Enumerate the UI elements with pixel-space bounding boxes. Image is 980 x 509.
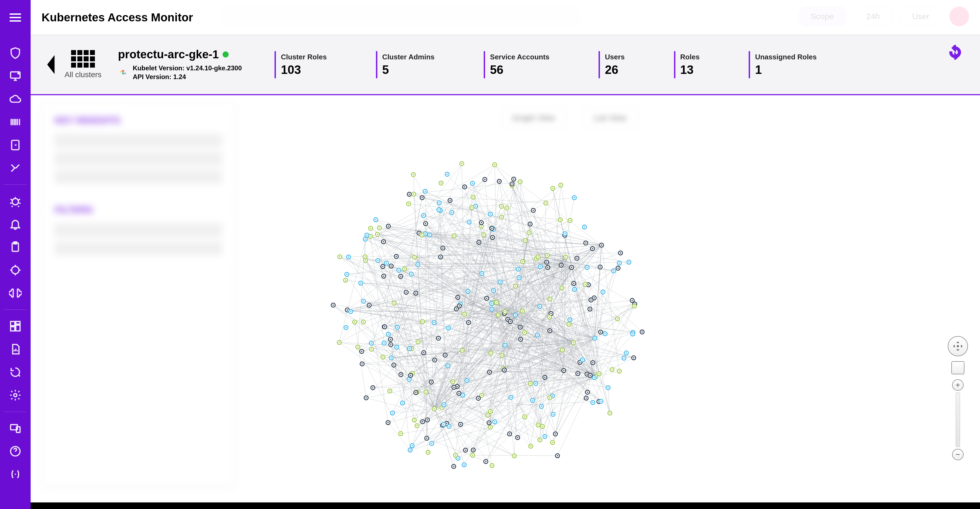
- svg-point-1066: [514, 455, 515, 457]
- svg-point-864: [506, 207, 508, 209]
- svg-point-1072: [431, 443, 432, 444]
- svg-point-1306: [441, 182, 442, 184]
- svg-point-1042: [587, 267, 588, 268]
- back-arrow[interactable]: [44, 51, 59, 78]
- svg-point-1180: [518, 268, 519, 270]
- svg-point-1312: [535, 383, 536, 384]
- zoom-out-button[interactable]: −: [952, 449, 964, 460]
- svg-point-900: [569, 319, 571, 321]
- svg-point-940: [369, 305, 370, 306]
- svg-line-239: [347, 274, 391, 345]
- svg-point-792: [417, 264, 418, 265]
- svg-point-1160: [431, 381, 432, 383]
- svg-point-1018: [427, 452, 429, 453]
- svg-point-832: [541, 406, 542, 407]
- svg-point-944: [391, 357, 392, 359]
- svg-point-1044: [332, 305, 334, 306]
- nav-brain-icon[interactable]: [8, 286, 22, 300]
- svg-point-1036: [433, 322, 435, 324]
- fit-to-screen-button[interactable]: [951, 361, 964, 374]
- svg-point-1204: [438, 209, 440, 211]
- nav-clipboard-icon[interactable]: [8, 240, 22, 254]
- svg-point-1268: [411, 273, 412, 275]
- svg-point-868: [524, 416, 525, 418]
- svg-point-788: [484, 179, 485, 180]
- svg-point-1184: [624, 357, 625, 359]
- svg-point-1324: [587, 392, 588, 393]
- nav-bug-icon[interactable]: [8, 194, 22, 208]
- nav-pipeline-icon[interactable]: [8, 161, 22, 175]
- svg-point-1194: [393, 364, 395, 366]
- svg-point-942: [494, 164, 495, 166]
- svg-point-1038: [598, 373, 600, 374]
- alert-indicator-icon[interactable]: [950, 6, 969, 26]
- nav-report-icon[interactable]: [8, 342, 22, 356]
- pan-control[interactable]: [948, 336, 968, 356]
- zoom-in-button[interactable]: +: [952, 379, 964, 391]
- view-segment-list[interactable]: List View: [582, 107, 638, 128]
- svg-point-870: [552, 188, 554, 189]
- svg-point-960: [457, 458, 459, 459]
- svg-point-1134: [590, 299, 592, 301]
- nav-settings-icon[interactable]: [8, 388, 22, 402]
- nav-history-icon[interactable]: [8, 365, 22, 379]
- svg-point-1028: [574, 289, 575, 290]
- svg-rect-5: [14, 242, 17, 244]
- user-pill[interactable]: User: [900, 6, 942, 26]
- svg-point-1296: [634, 305, 635, 307]
- svg-point-914: [552, 395, 553, 397]
- svg-point-748: [468, 322, 469, 323]
- nav-cloud-icon[interactable]: [8, 92, 22, 106]
- svg-point-1242: [530, 223, 531, 225]
- svg-point-992: [415, 392, 417, 393]
- svg-point-1286: [632, 333, 633, 335]
- svg-point-964: [570, 220, 571, 221]
- svg-point-766: [434, 408, 435, 409]
- svg-point-1196: [445, 354, 446, 356]
- svg-point-1334: [613, 270, 614, 272]
- hamburger-menu[interactable]: [0, 0, 30, 35]
- nav-bell-icon[interactable]: [8, 217, 22, 231]
- nav-monitor-icon[interactable]: [8, 69, 22, 83]
- svg-point-1314: [473, 449, 474, 451]
- svg-point-1150: [383, 276, 385, 277]
- nav-help-icon[interactable]: [8, 444, 22, 458]
- nav-deploy-icon[interactable]: [8, 138, 22, 152]
- nav-devices-icon[interactable]: [8, 421, 22, 436]
- nav-dashboard-icon[interactable]: [8, 319, 22, 333]
- svg-point-840: [348, 257, 349, 258]
- svg-line-401: [404, 269, 492, 309]
- metric-card: Roles13: [674, 51, 700, 78]
- svg-point-1355: [957, 345, 959, 347]
- time-pill[interactable]: 24h: [854, 6, 892, 26]
- svg-point-1248: [449, 426, 450, 427]
- svg-point-896: [563, 370, 565, 371]
- svg-point-1198: [346, 274, 348, 275]
- nav-api-icon[interactable]: [8, 467, 22, 481]
- metric-title: Unassigned Roles: [755, 53, 816, 61]
- svg-point-1060: [438, 338, 439, 339]
- zoom-slider[interactable]: [956, 393, 960, 447]
- svg-point-1012: [453, 387, 455, 388]
- svg-point-1106: [371, 349, 372, 350]
- metric-title: Users: [605, 53, 625, 61]
- svg-point-1230: [530, 383, 531, 385]
- bottom-edge: [30, 503, 980, 509]
- view-segment-graph[interactable]: Graph View: [501, 107, 566, 128]
- scope-pill[interactable]: Scope: [799, 6, 846, 26]
- svg-point-1218: [457, 297, 458, 298]
- all-clusters-button[interactable]: All clusters: [65, 50, 102, 79]
- svg-point-850: [384, 326, 385, 327]
- access-graph[interactable]: [293, 142, 681, 492]
- svg-point-1192: [549, 298, 551, 300]
- nav-target-icon[interactable]: [8, 263, 22, 277]
- svg-point-746: [456, 308, 457, 310]
- nav-shield-icon[interactable]: [8, 46, 22, 60]
- svg-point-1176: [472, 455, 473, 456]
- svg-point-784: [600, 266, 601, 268]
- svg-point-778: [412, 445, 413, 446]
- refresh-icon[interactable]: [948, 45, 963, 60]
- global-search-input[interactable]: [219, 6, 582, 29]
- svg-point-828: [565, 233, 566, 235]
- nav-barcode-icon[interactable]: [8, 115, 22, 129]
